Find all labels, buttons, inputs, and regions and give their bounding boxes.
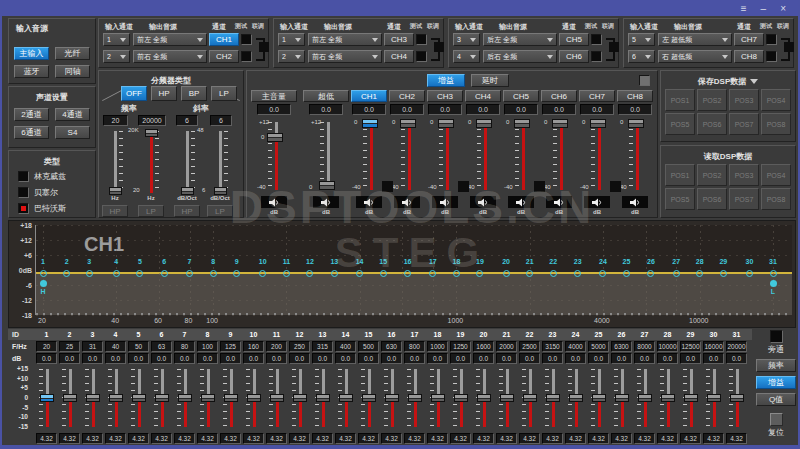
crossover-hp-button[interactable]: HP	[174, 205, 200, 217]
input-channel-select[interactable]: 6	[628, 50, 655, 63]
channel-setup-button-3[interactable]: 6通道	[14, 126, 49, 139]
eq-band-slider-4[interactable]	[105, 367, 126, 429]
channel-button-ch5[interactable]: CH5	[559, 33, 589, 46]
eq-band-slider-2[interactable]	[59, 367, 80, 429]
slider-handle[interactable]	[181, 187, 194, 195]
test-checkbox[interactable]	[241, 51, 252, 62]
crossover-hp-button[interactable]: HP	[102, 205, 128, 217]
input-source-button-1[interactable]: 主输入	[14, 47, 49, 60]
eq-band-slider-11[interactable]	[266, 367, 287, 429]
eq-band-slider-25[interactable]	[588, 367, 609, 429]
eq-band-slider-20[interactable]	[473, 367, 494, 429]
channel-tab-ch6[interactable]: CH6	[541, 90, 577, 102]
eq-point[interactable]	[696, 270, 703, 277]
dsp-load-pos-8[interactable]: POS8	[761, 188, 791, 210]
slider-handle[interactable]	[477, 394, 491, 402]
slider-handle[interactable]	[155, 394, 169, 402]
eq-band-slider-8[interactable]	[197, 367, 218, 429]
close-button[interactable]: ×	[780, 2, 786, 16]
strip-link-checkbox-2[interactable]	[458, 181, 469, 192]
dsp-save-pos-1[interactable]: POS1	[665, 89, 695, 111]
slider-handle[interactable]	[109, 187, 122, 195]
eq-bypass-checkbox[interactable]	[770, 330, 783, 343]
slider-handle[interactable]	[638, 394, 652, 402]
input-channel-select[interactable]: 4	[453, 50, 480, 63]
slider-handle[interactable]	[400, 119, 416, 128]
strip-slider[interactable]: 0-40	[389, 120, 425, 192]
mute-button[interactable]	[622, 196, 648, 208]
slider-handle[interactable]	[224, 394, 238, 402]
dsp-save-pos-2[interactable]: POS2	[697, 89, 727, 111]
strip-link-checkbox-1[interactable]	[382, 181, 393, 192]
slider-handle[interactable]	[247, 394, 261, 402]
crossover-mode-lp[interactable]: LP	[211, 86, 237, 101]
channel-setup-button-4[interactable]: S4	[55, 126, 90, 139]
eq-band-slider-5[interactable]	[128, 367, 149, 429]
dsp-load-pos-3[interactable]: POS3	[729, 164, 759, 186]
eq-point[interactable]	[429, 270, 436, 277]
strip-label-超低[interactable]: 超低	[303, 90, 349, 102]
eq-point[interactable]	[453, 270, 460, 277]
strip-slider[interactable]: 0-40	[465, 120, 501, 192]
slider-handle[interactable]	[431, 394, 445, 402]
slider-handle[interactable]	[476, 119, 492, 128]
slider-handle[interactable]	[145, 129, 158, 137]
eq-band-slider-23[interactable]	[542, 367, 563, 429]
input-source-button-3[interactable]: 蓝牙	[14, 65, 49, 78]
channel-tab-ch8[interactable]: CH8	[617, 90, 653, 102]
eq-band-slider-21[interactable]	[496, 367, 517, 429]
output-source-select[interactable]: 后右 全频	[483, 50, 557, 63]
mute-button[interactable]	[432, 196, 458, 208]
channel-setup-button-2[interactable]: 4通道	[55, 108, 90, 121]
crossover-lp-button[interactable]: LP	[138, 205, 164, 217]
eq-band-slider-16[interactable]	[381, 367, 402, 429]
eq-point[interactable]	[233, 270, 240, 277]
eq-band-slider-12[interactable]	[289, 367, 310, 429]
eq-point[interactable]	[63, 270, 70, 277]
filter-type-checkbox-1[interactable]	[18, 171, 29, 182]
dsp-save-pos-8[interactable]: POS8	[761, 113, 791, 135]
slider-handle[interactable]	[628, 119, 644, 128]
eq-point[interactable]	[136, 270, 143, 277]
dsp-save-pos-7[interactable]: POS7	[729, 113, 759, 135]
slider-handle[interactable]	[267, 133, 283, 142]
crossover-mode-bp[interactable]: BP	[181, 86, 207, 101]
output-source-select[interactable]: 前右 全频	[133, 50, 207, 63]
slider-handle[interactable]	[514, 119, 530, 128]
strip-slider[interactable]: +120	[303, 120, 349, 192]
eq-band-slider-6[interactable]	[151, 367, 172, 429]
eq-band-slider-24[interactable]	[565, 367, 586, 429]
eq-reset-button[interactable]	[770, 413, 783, 426]
slider-handle[interactable]	[707, 394, 721, 402]
eq-point[interactable]	[331, 270, 338, 277]
eq-gain-button[interactable]: 增益	[756, 376, 796, 389]
slider-handle[interactable]	[63, 394, 77, 402]
eq-band-slider-28[interactable]	[657, 367, 678, 429]
output-source-select[interactable]: 前右 全频	[308, 50, 382, 63]
channel-button-ch1[interactable]: CH1	[209, 33, 239, 46]
channel-tab-ch5[interactable]: CH5	[503, 90, 539, 102]
slider-handle[interactable]	[362, 394, 376, 402]
channel-button-ch3[interactable]: CH3	[384, 33, 414, 46]
crossover-lp-button[interactable]: LP	[207, 205, 233, 217]
strip-link-checkbox-4[interactable]	[610, 181, 621, 192]
input-channel-select[interactable]: 2	[103, 50, 130, 63]
test-checkbox[interactable]	[766, 51, 777, 62]
channel-tab-ch7[interactable]: CH7	[579, 90, 615, 102]
input-channel-select[interactable]: 1	[103, 33, 130, 46]
mute-button[interactable]	[261, 196, 287, 208]
mute-button[interactable]	[356, 196, 382, 208]
mute-button[interactable]	[584, 196, 610, 208]
link-checkbox[interactable]	[259, 42, 269, 52]
dsp-load-pos-4[interactable]: POS4	[761, 164, 791, 186]
eq-point[interactable]	[283, 270, 290, 277]
mute-button[interactable]	[313, 196, 339, 208]
test-checkbox[interactable]	[766, 34, 777, 45]
eq-point[interactable]	[113, 270, 120, 277]
slider-handle[interactable]	[178, 394, 192, 402]
slider-handle[interactable]	[661, 394, 675, 402]
output-source-select[interactable]: 右 超低频	[658, 50, 732, 63]
eq-point[interactable]	[623, 270, 630, 277]
gain-tab-button[interactable]: 增益	[427, 74, 465, 87]
eq-point[interactable]	[380, 270, 387, 277]
